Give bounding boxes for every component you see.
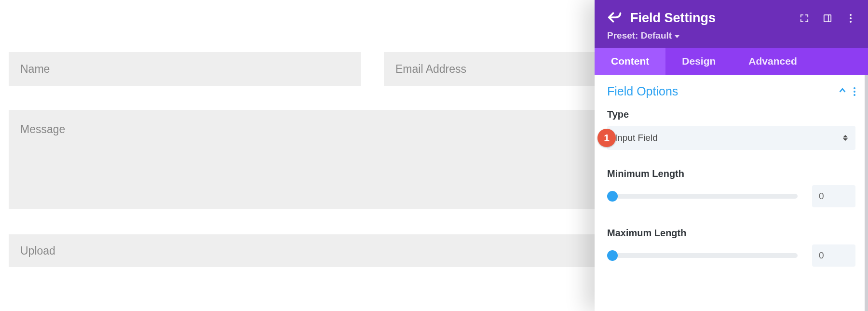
section-header[interactable]: Field Options <box>595 75 868 102</box>
svg-rect-0 <box>824 14 831 21</box>
panel-title: Field Settings <box>630 11 791 26</box>
svg-point-2 <box>850 14 852 16</box>
email-placeholder: Email Address <box>395 63 466 76</box>
upload-placeholder: Upload <box>20 244 55 257</box>
section-menu-icon[interactable] <box>854 87 855 96</box>
settings-panel: Field Settings Preset: Default Content D… <box>595 0 868 311</box>
preset-label: Preset: Default <box>607 30 672 41</box>
name-placeholder: Name <box>20 63 50 76</box>
scrollbar[interactable] <box>865 75 868 311</box>
min-length-slider-thumb[interactable] <box>607 191 618 202</box>
panel-body: Field Options Type 1 Input Field <box>595 75 868 311</box>
panel-header: Field Settings Preset: Default <box>595 0 868 48</box>
min-length-slider[interactable] <box>607 194 798 199</box>
caret-down-icon <box>675 35 679 38</box>
annotation-badge-1: 1 <box>597 129 616 147</box>
back-arrow-icon[interactable] <box>607 11 622 26</box>
dock-icon[interactable] <box>823 14 832 23</box>
max-length-slider[interactable] <box>607 253 798 258</box>
type-select-value: Input Field <box>615 133 658 143</box>
select-caret-icon <box>843 135 848 141</box>
max-length-value[interactable]: 0 <box>812 244 855 267</box>
tab-advanced[interactable]: Advanced <box>732 48 813 75</box>
max-length-label: Maximum Length <box>607 228 855 239</box>
option-type: Type 1 Input Field <box>595 102 868 150</box>
type-label: Type <box>607 109 855 120</box>
message-placeholder: Message <box>20 123 65 136</box>
preset-dropdown[interactable]: Preset: Default <box>607 30 855 41</box>
min-length-value[interactable]: 0 <box>812 185 855 207</box>
panel-tabs: Content Design Advanced <box>595 48 868 75</box>
kebab-menu-icon[interactable] <box>846 14 855 23</box>
svg-point-3 <box>850 17 852 19</box>
section-title: Field Options <box>607 84 678 98</box>
min-length-label: Minimum Length <box>607 168 855 179</box>
expand-icon[interactable] <box>800 14 809 23</box>
chevron-up-icon[interactable] <box>838 86 847 97</box>
name-field[interactable]: Name <box>9 52 361 86</box>
tab-design[interactable]: Design <box>665 48 732 75</box>
type-select[interactable]: Input Field <box>607 126 855 150</box>
max-length-slider-thumb[interactable] <box>607 250 618 261</box>
option-max-length: Maximum Length 0 <box>595 221 868 267</box>
svg-point-4 <box>850 21 852 23</box>
option-min-length: Minimum Length 0 <box>595 162 868 207</box>
tab-content[interactable]: Content <box>595 48 665 75</box>
